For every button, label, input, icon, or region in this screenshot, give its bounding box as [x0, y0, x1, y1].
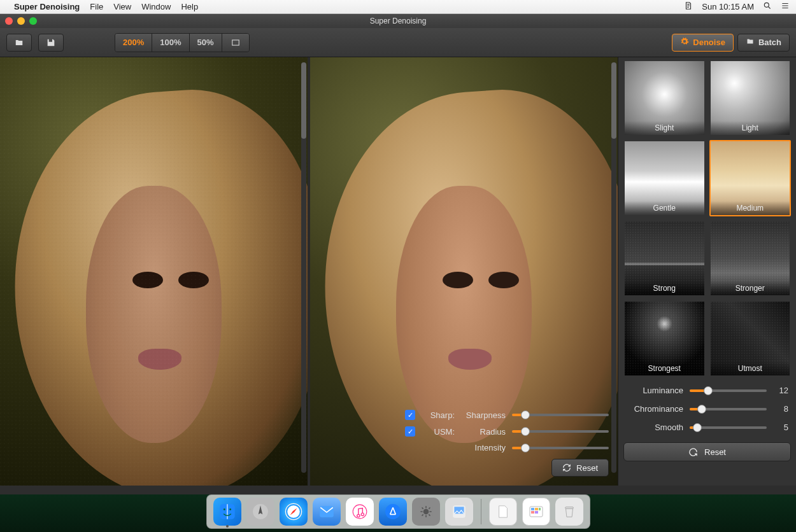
- spotlight-search-icon[interactable]: [763, 1, 772, 12]
- dock-finder-icon[interactable]: [213, 498, 241, 526]
- batch-mode-label: Batch: [758, 38, 781, 47]
- dock-launchpad-icon[interactable]: [246, 498, 274, 526]
- right-panel: SlightLightGentleMediumStrongStrongerStr…: [618, 57, 796, 486]
- compare-view: ✓ Sharp: Sharpness ✓ USM: Radius: [0, 57, 618, 486]
- svg-point-13: [423, 509, 429, 515]
- notification-center-icon[interactable]: [781, 1, 790, 12]
- preset-gentle[interactable]: Gentle: [623, 140, 706, 216]
- panel-reset-label: Reset: [704, 447, 726, 457]
- denoise-mode-label: Denoise: [693, 38, 725, 47]
- before-vertical-scrollbar[interactable]: [301, 62, 306, 473]
- slider-row-smooth: Smooth5: [626, 423, 788, 432]
- slider-value: 8: [773, 404, 788, 414]
- after-pane[interactable]: ✓ Sharp: Sharpness ✓ USM: Radius: [310, 57, 618, 486]
- preset-label: Medium: [711, 201, 790, 215]
- dock-trash-icon[interactable]: [555, 498, 583, 526]
- slider-name: Chrominance: [626, 404, 683, 414]
- after-vertical-scrollbar[interactable]: [611, 62, 616, 473]
- preset-strong[interactable]: Strong: [623, 220, 706, 297]
- preset-label: Stronger: [711, 281, 790, 295]
- usm-checkbox[interactable]: ✓: [405, 426, 415, 437]
- slider-row-chrominance: Chrominance8: [626, 404, 788, 414]
- folder-icon: [746, 38, 755, 47]
- sharp-checkbox[interactable]: ✓: [405, 410, 415, 420]
- slider-row-luminance: Luminance12: [626, 386, 788, 395]
- window-title: Super Denoising: [370, 17, 427, 25]
- app-window: Super Denoising 200% 100% 50% Denoise: [0, 14, 796, 494]
- menubar-view[interactable]: View: [113, 2, 131, 11]
- preset-strongest[interactable]: Strongest: [623, 300, 706, 377]
- slider-value: 5: [773, 423, 788, 432]
- svg-point-11: [385, 504, 401, 519]
- preset-slight[interactable]: Slight: [623, 60, 706, 136]
- app-toolbar: 200% 100% 50% Denoise Batch: [0, 28, 796, 57]
- zoom-50[interactable]: 50%: [190, 34, 222, 52]
- dock-files-stack-icon[interactable]: [522, 498, 550, 526]
- batch-mode-button[interactable]: Batch: [737, 34, 790, 52]
- window-minimize-button[interactable]: [17, 17, 25, 25]
- preset-light[interactable]: Light: [709, 60, 792, 136]
- overlay-intensity-name: Intensity: [461, 443, 506, 452]
- dock-system-preferences-icon[interactable]: [412, 498, 440, 526]
- overlay-sharpness-name: Sharpness: [461, 410, 506, 420]
- overlay-reset-button[interactable]: Reset: [551, 459, 609, 477]
- zoom-200[interactable]: 200%: [115, 34, 152, 52]
- smooth-slider[interactable]: [690, 426, 767, 429]
- slider-name: Smooth: [626, 423, 683, 432]
- svg-rect-17: [531, 508, 534, 510]
- zoom-fit-button[interactable]: [222, 34, 249, 52]
- overlay-row-usm: ✓ USM: Radius: [405, 426, 609, 437]
- mode-group: Denoise Batch: [672, 34, 790, 52]
- preset-stronger[interactable]: Stronger: [709, 220, 792, 297]
- slider-name: Luminance: [626, 386, 683, 395]
- overlay-usm-label: USM:: [422, 427, 455, 437]
- refresh-icon: [562, 463, 571, 472]
- menubar-app-name[interactable]: Super Denoising: [14, 2, 80, 11]
- menubar-clock[interactable]: Sun 10:15 AM: [702, 2, 754, 11]
- radius-slider[interactable]: [512, 430, 609, 433]
- open-file-button[interactable]: [6, 34, 32, 52]
- menubar-script-icon[interactable]: [684, 1, 693, 12]
- preset-label: Strongest: [625, 361, 704, 375]
- dock-safari-icon[interactable]: [280, 498, 308, 526]
- preset-medium[interactable]: Medium: [709, 140, 792, 216]
- window-close-button[interactable]: [5, 17, 13, 25]
- content-area: ✓ Sharp: Sharpness ✓ USM: Radius: [0, 57, 796, 486]
- horizontal-scroll-strip[interactable]: [0, 486, 796, 494]
- dock-document-icon[interactable]: [489, 498, 517, 526]
- slider-value: 12: [773, 386, 788, 395]
- gear-icon: [680, 37, 689, 48]
- preset-utmost[interactable]: Utmost: [709, 300, 792, 377]
- svg-point-3: [223, 508, 225, 510]
- fit-icon: [230, 38, 241, 47]
- luminance-slider[interactable]: [690, 389, 767, 392]
- save-file-button[interactable]: [38, 34, 64, 52]
- overlay-sharp-label: Sharp:: [422, 410, 455, 420]
- dock-itunes-icon[interactable]: [346, 498, 374, 526]
- svg-rect-21: [535, 511, 538, 514]
- chrominance-slider[interactable]: [690, 408, 767, 410]
- zoom-level-group: 200% 100% 50%: [115, 33, 250, 52]
- zoom-100[interactable]: 100%: [152, 34, 189, 52]
- window-titlebar[interactable]: Super Denoising: [0, 14, 796, 28]
- window-zoom-button[interactable]: [29, 17, 37, 25]
- denoise-sliders: Luminance12Chrominance8Smooth5: [623, 384, 791, 433]
- preset-label: Gentle: [625, 201, 704, 215]
- panel-reset-button[interactable]: Reset: [623, 442, 791, 461]
- svg-rect-20: [531, 511, 534, 514]
- dock-appstore-icon[interactable]: [379, 498, 407, 526]
- menubar-file[interactable]: File: [90, 2, 103, 11]
- sharpness-slider[interactable]: [512, 414, 609, 416]
- intensity-slider[interactable]: [512, 447, 609, 449]
- menubar-help[interactable]: Help: [181, 2, 198, 11]
- menubar-window[interactable]: Window: [141, 2, 171, 11]
- dock-preview-icon[interactable]: [445, 498, 473, 526]
- before-pane[interactable]: [0, 57, 308, 486]
- dock-separator: [481, 499, 481, 524]
- denoise-mode-button[interactable]: Denoise: [672, 34, 734, 52]
- preset-label: Light: [711, 121, 790, 135]
- svg-point-4: [229, 508, 231, 510]
- dock-mail-icon[interactable]: [313, 498, 341, 526]
- mac-menubar: Super Denoising File View Window Help Su…: [0, 0, 796, 14]
- sharpness-overlay: ✓ Sharp: Sharpness ✓ USM: Radius: [405, 410, 609, 477]
